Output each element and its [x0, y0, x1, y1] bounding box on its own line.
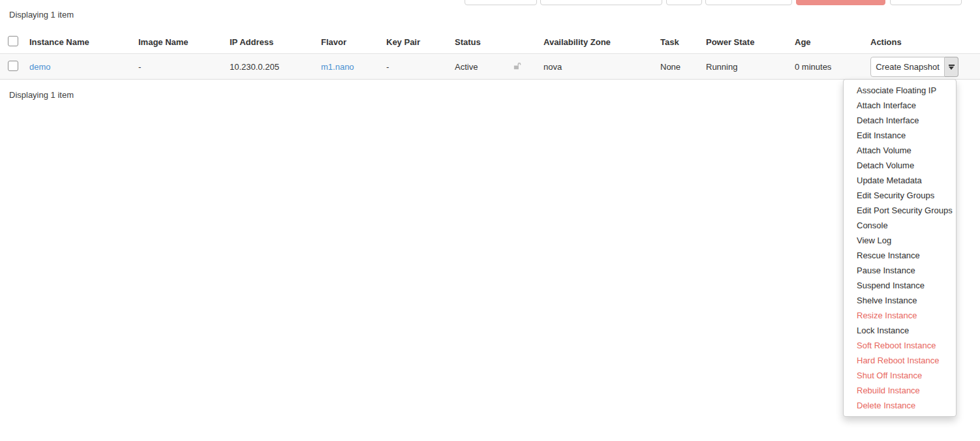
- menu-item[interactable]: Delete Instance: [844, 398, 956, 413]
- menu-item[interactable]: Rescue Instance: [844, 248, 956, 263]
- menu-item[interactable]: Resize Instance: [844, 308, 956, 323]
- caret-down-icon: [949, 65, 955, 66]
- cell-status: Active: [452, 62, 509, 72]
- header-power-state[interactable]: Power State: [703, 37, 791, 47]
- menu-item[interactable]: Shut Off Instance: [844, 368, 956, 383]
- cell-age: 0 minutes: [791, 62, 867, 72]
- menu-item[interactable]: Soft Reboot Instance: [844, 338, 956, 353]
- cell-task: None: [657, 62, 703, 72]
- cell-power-state: Running: [703, 62, 791, 72]
- menu-item[interactable]: Rebuild Instance: [844, 383, 956, 398]
- menu-item[interactable]: Edit Port Security Groups: [844, 203, 956, 218]
- cell-instance-name: demo: [26, 62, 135, 72]
- toolbar-button-fragment-4[interactable]: [890, 0, 962, 5]
- menu-item[interactable]: Edit Instance: [844, 128, 956, 143]
- cell-lock-state: [509, 61, 540, 73]
- row-checkbox[interactable]: [8, 61, 18, 71]
- instances-table-header: Instance Name Image Name IP Address Flav…: [0, 30, 980, 54]
- menu-item[interactable]: Attach Volume: [844, 143, 956, 158]
- header-key-pair[interactable]: Key Pair: [383, 37, 452, 47]
- instances-page: Displaying 1 item Instance Name Image Na…: [0, 0, 980, 441]
- menu-item[interactable]: Edit Security Groups: [844, 188, 956, 203]
- menu-item[interactable]: Update Metadata: [844, 173, 956, 188]
- cell-image-name: -: [135, 62, 226, 72]
- toolbar-button-fragment-2[interactable]: [666, 0, 702, 5]
- toolbar-danger-button-fragment[interactable]: [796, 0, 885, 5]
- menu-item[interactable]: Hard Reboot Instance: [844, 353, 956, 368]
- create-snapshot-button[interactable]: Create Snapshot: [870, 57, 945, 77]
- header-flavor[interactable]: Flavor: [318, 37, 383, 47]
- table-row: demo - 10.230.0.205 m1.nano - Active nov…: [0, 55, 980, 80]
- menu-item[interactable]: Shelve Instance: [844, 293, 956, 308]
- menu-item[interactable]: Lock Instance: [844, 323, 956, 338]
- actions-dropdown-toggle[interactable]: [945, 57, 958, 77]
- header-ip-address[interactable]: IP Address: [226, 37, 318, 47]
- instance-name-link[interactable]: demo: [29, 62, 51, 72]
- menu-item[interactable]: Console: [844, 218, 956, 233]
- header-task[interactable]: Task: [657, 37, 703, 47]
- cell-availability-zone: nova: [540, 62, 657, 72]
- menu-item[interactable]: Associate Floating IP: [844, 83, 956, 98]
- item-count-bottom: Displaying 1 item: [9, 90, 74, 100]
- header-image-name[interactable]: Image Name: [135, 37, 226, 47]
- cell-key-pair: -: [383, 62, 452, 72]
- menu-item[interactable]: Attach Interface: [844, 98, 956, 113]
- toolbar-filter-fragment[interactable]: [540, 0, 662, 5]
- cell-ip-address: 10.230.0.205: [226, 62, 318, 72]
- header-availability-zone[interactable]: Availability Zone: [540, 37, 657, 47]
- header-instance-name[interactable]: Instance Name: [26, 37, 135, 47]
- header-actions: Actions: [867, 37, 980, 47]
- menu-item[interactable]: Detach Volume: [844, 158, 956, 173]
- menu-item[interactable]: View Log: [844, 233, 956, 248]
- menu-item[interactable]: Detach Interface: [844, 113, 956, 128]
- menu-item[interactable]: Suspend Instance: [844, 278, 956, 293]
- row-actions-button-group: Create Snapshot: [870, 57, 980, 77]
- header-age[interactable]: Age: [791, 37, 867, 47]
- unlock-icon: [512, 61, 522, 73]
- cell-flavor: m1.nano: [318, 62, 383, 72]
- menu-item[interactable]: Pause Instance: [844, 263, 956, 278]
- instance-actions-menu: Associate Floating IP Attach Interface D…: [843, 79, 957, 417]
- select-all-checkbox[interactable]: [8, 36, 18, 46]
- cell-actions: Create Snapshot: [867, 57, 980, 77]
- toolbar-button-fragment-3[interactable]: [705, 0, 792, 5]
- toolbar-button-fragment-1[interactable]: [465, 0, 537, 5]
- item-count-top: Displaying 1 item: [9, 10, 74, 20]
- flavor-link[interactable]: m1.nano: [321, 62, 354, 72]
- header-status[interactable]: Status: [452, 37, 509, 47]
- row-select-cell: [0, 61, 26, 73]
- select-all-cell: [0, 36, 26, 48]
